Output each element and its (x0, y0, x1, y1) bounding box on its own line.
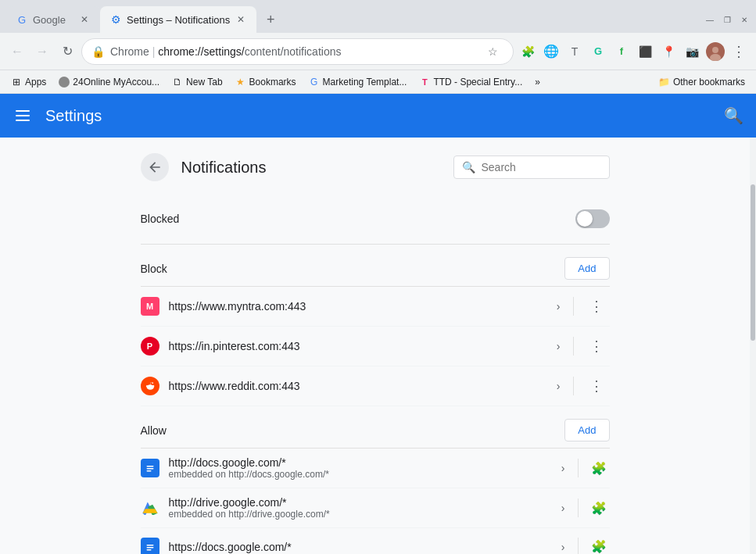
settings-search-icon[interactable]: 🔍 (724, 106, 743, 125)
docs1-expand-arrow[interactable]: › (558, 459, 568, 477)
avatar-button[interactable] (704, 41, 726, 63)
bookmark-24online[interactable]: 24Online MyAccou... (54, 75, 164, 89)
address-bar[interactable]: 🔒 Chrome | chrome://settings/content/not… (81, 38, 514, 65)
bookmark-newtab-label: New Tab (186, 77, 222, 88)
bookmark-bookmarks[interactable]: ★ Bookmarks (231, 75, 301, 89)
block-site-reddit: https://www.reddit.com:443 › ⋮ (141, 366, 610, 406)
bookmark-24online-label: 24Online MyAccou... (73, 77, 159, 88)
hamburger-menu-button[interactable] (13, 107, 33, 124)
bookmark-apps-label: Apps (25, 77, 46, 88)
pinterest-divider (573, 337, 574, 356)
reddit-more-button[interactable]: ⋮ (583, 374, 610, 398)
drive-site-info: http://drive.google.com/* embedded on ht… (169, 496, 549, 520)
address-url-rest: content/notifications (245, 45, 342, 58)
blocked-section: Blocked (141, 200, 610, 238)
translate-icon[interactable]: T (564, 41, 586, 63)
svg-rect-6 (146, 470, 151, 472)
blocked-row: Blocked (141, 200, 610, 238)
browser-frame: G Google ✕ ⚙ Settings – Notifications ✕ … (0, 0, 756, 554)
tab-settings[interactable]: ⚙ Settings – Notifications ✕ (100, 6, 256, 33)
block-section-label: Block (141, 263, 565, 275)
screencapture-icon[interactable]: 📷 (681, 41, 703, 63)
svg-rect-5 (146, 468, 153, 470)
reddit-url: https://www.reddit.com:443 (169, 380, 544, 392)
feedly-icon[interactable]: f (611, 41, 632, 63)
docs2-puzzle-icon[interactable]: 🧩 (588, 536, 610, 554)
myntra-url: https://www.myntra.com:443 (169, 300, 544, 313)
drive-url: http://drive.google.com/* (169, 496, 549, 509)
grammarly-icon[interactable]: G (587, 41, 609, 63)
settings-page-title: Settings (45, 107, 102, 125)
myntra-expand-arrow[interactable]: › (554, 297, 564, 316)
back-button[interactable]: ← (6, 41, 28, 63)
bookmark-newtab[interactable]: 🗋 New Tab (167, 75, 227, 89)
allow-site-drive: http://drive.google.com/* embedded on ht… (141, 488, 610, 528)
myntra-more-button[interactable]: ⋮ (583, 295, 610, 318)
allow-section-label: Allow (141, 424, 565, 437)
blocked-toggle[interactable] (575, 209, 610, 228)
allow-sites-list: http://docs.google.com/* embedded on htt… (141, 448, 610, 554)
scrollbar-thumb[interactable] (751, 184, 755, 341)
tab-google[interactable]: G Google ✕ (6, 6, 100, 33)
bookmarks-star-icon: ★ (235, 77, 246, 88)
drive-expand-arrow[interactable]: › (558, 499, 568, 517)
docs-sub-1: embedded on http://docs.google.com/* (169, 469, 549, 480)
reddit-expand-arrow[interactable]: › (554, 377, 564, 395)
chrome-icon[interactable]: 🌐 (540, 41, 562, 63)
bookmark-star-icon[interactable]: ☆ (482, 41, 503, 63)
settings-gear-icon: ⚙ (111, 13, 121, 26)
bookmarks-more-icon: » (535, 77, 540, 88)
pinterest-url: https://in.pinterest.com:443 (169, 340, 544, 352)
svg-point-0 (712, 47, 718, 53)
reddit-divider (573, 377, 574, 395)
maximize-button[interactable]: ❐ (722, 14, 733, 25)
scrollbar[interactable] (750, 138, 756, 554)
block-site-pinterest: P https://in.pinterest.com:443 › ⋮ (141, 327, 610, 366)
extensions-puzzle-icon[interactable]: 🧩 (517, 41, 539, 63)
bookmark-marketing-label: Marketing Templat... (323, 77, 407, 88)
docs2-expand-arrow[interactable]: › (558, 538, 568, 555)
docs1-divider (578, 459, 579, 477)
reddit-favicon (141, 377, 159, 395)
drive-puzzle-icon[interactable]: 🧩 (588, 498, 610, 519)
toolbar: ← → ↻ 🔒 Chrome | chrome://settings/conte… (0, 33, 756, 70)
drive-favicon (141, 499, 159, 517)
docs2-divider (578, 538, 579, 555)
address-chrome-label: Chrome (110, 45, 149, 58)
forward-button[interactable]: → (31, 41, 53, 63)
maps-icon[interactable]: 📍 (657, 41, 679, 63)
drive-divider (578, 499, 579, 517)
back-arrow-button[interactable] (141, 153, 169, 181)
notifications-search-box[interactable]: 🔍 (453, 155, 610, 179)
pocket-icon[interactable]: ⬛ (634, 41, 656, 63)
block-section: Block Add M https://www.myntra.com:443 ›… (141, 257, 610, 406)
refresh-button[interactable]: ↻ (56, 41, 78, 63)
bookmark-apps[interactable]: ⊞ Apps (6, 75, 51, 89)
docs1-puzzle-icon[interactable]: 🧩 (588, 458, 610, 479)
ttd-icon: T (419, 77, 430, 88)
tab-settings-close[interactable]: ✕ (235, 13, 247, 26)
bookmark-ttd[interactable]: T TTD - Special Entry... (414, 75, 527, 89)
close-button[interactable]: ✕ (739, 14, 750, 25)
notifications-search-input[interactable] (482, 161, 599, 173)
allow-add-button[interactable]: Add (564, 419, 609, 441)
24online-icon (59, 77, 70, 88)
bookmarks-bar: ⊞ Apps 24Online MyAccou... 🗋 New Tab ★ B… (0, 70, 756, 94)
folder-icon: 📁 (659, 77, 670, 88)
other-bookmarks[interactable]: 📁 Other bookmarks (654, 75, 750, 89)
bookmarks-more-button[interactable]: » (530, 75, 545, 89)
settings-header: Settings 🔍 (0, 94, 756, 138)
pinterest-expand-arrow[interactable]: › (554, 337, 564, 356)
minimize-button[interactable]: — (704, 14, 715, 25)
pinterest-more-button[interactable]: ⋮ (583, 334, 610, 358)
tab-google-title: Google (33, 14, 73, 26)
drive-sub: embedded on http://drive.google.com/* (169, 509, 549, 520)
menu-dots-icon[interactable]: ⋮ (728, 41, 750, 63)
bookmark-marketing[interactable]: G Marketing Templat... (304, 75, 412, 89)
window-controls: — ❐ ✕ (704, 14, 750, 25)
docs-url-1: http://docs.google.com/* (169, 456, 549, 469)
settings-favicon: ⚙ (109, 13, 122, 26)
new-tab-button[interactable]: + (260, 9, 281, 30)
tab-google-close[interactable]: ✕ (78, 13, 91, 26)
block-add-button[interactable]: Add (564, 257, 609, 280)
